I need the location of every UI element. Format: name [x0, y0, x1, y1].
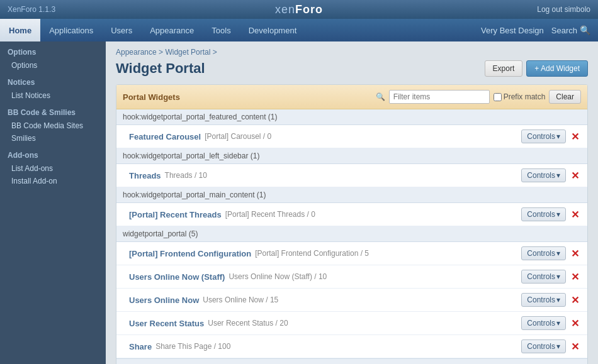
chevron-down-icon: ▾: [556, 210, 560, 219]
filter-input[interactable]: [389, 90, 490, 104]
controls-button[interactable]: Controls ▾: [521, 316, 566, 330]
delete-button[interactable]: ✕: [568, 208, 581, 221]
widget-actions: Controls ▾ ✕: [521, 207, 581, 221]
nav-users[interactable]: Users: [102, 19, 141, 41]
hook-count-main-content: (1): [257, 190, 266, 199]
sidebar-item-bb-code-media-sites[interactable]: BB Code Media Sites: [0, 119, 106, 132]
nav-right: Very Best Design Search 🔍: [481, 25, 598, 35]
table-footer: Showing 8 of 8 items: [116, 358, 587, 364]
nav-appearance[interactable]: Appearance: [141, 19, 203, 41]
hook-count-featured: (1): [268, 113, 278, 121]
widget-name: Share: [129, 342, 152, 351]
widget-detail: [Portal] Carousel / 0: [205, 132, 271, 141]
sidebar-item-list-notices[interactable]: List Notices: [0, 89, 106, 102]
main-content: Appearance > Widget Portal > Widget Port…: [106, 41, 598, 364]
chevron-down-icon: ▾: [556, 249, 560, 258]
chevron-down-icon: ▾: [556, 295, 560, 304]
widget-name: Users Online Now: [129, 295, 199, 305]
hook-name-main-content: hook:widgetportal_portal_main_content: [123, 190, 257, 199]
widget-detail: Users Online Now / 15: [203, 295, 278, 304]
widget-detail: Threads / 10: [165, 171, 207, 180]
search-icon: 🔍: [580, 25, 590, 35]
hook-name-portal: widgetportal_portal: [123, 229, 189, 238]
widget-name: [Portal] Frontend Configuration: [129, 249, 251, 258]
controls-button[interactable]: Controls ▾: [521, 207, 566, 221]
breadcrumb: Appearance > Widget Portal >: [116, 48, 588, 57]
widget-actions: Controls ▾ ✕: [521, 316, 581, 330]
delete-button[interactable]: ✕: [568, 270, 581, 283]
widget-detail: [Portal] Recent Threads / 0: [225, 210, 315, 219]
sidebar-item-install-addon[interactable]: Install Add-on: [0, 175, 106, 187]
prefix-match-checkbox[interactable]: [494, 93, 502, 101]
table-row: User Recent Status User Recent Status / …: [116, 312, 587, 335]
breadcrumb-appearance[interactable]: Appearance >: [116, 48, 163, 57]
logout-button[interactable]: Log out simbolo: [537, 5, 590, 14]
controls-button[interactable]: Controls ▾: [521, 130, 566, 143]
nav-applications[interactable]: Applications: [40, 19, 102, 41]
delete-button[interactable]: ✕: [568, 317, 581, 329]
hook-row-portal: widgetportal_portal (5): [116, 226, 587, 242]
nav-development[interactable]: Development: [240, 19, 306, 41]
nav-tools[interactable]: Tools: [203, 19, 239, 41]
very-best-design-label: Very Best Design: [481, 26, 544, 35]
sidebar-section-notices: Notices: [0, 72, 106, 89]
sidebar-section-bbcode: BB Code & Smilies: [0, 102, 106, 119]
widget-actions: Controls ▾ ✕: [521, 339, 581, 353]
search-label: Search: [551, 26, 577, 35]
search-box[interactable]: Search 🔍: [551, 25, 590, 35]
delete-button[interactable]: ✕: [568, 294, 581, 306]
table-title: Portal Widgets: [123, 92, 180, 102]
delete-button[interactable]: ✕: [568, 247, 581, 260]
delete-button[interactable]: ✕: [568, 340, 581, 353]
sidebar-item-smilies[interactable]: Smilies: [0, 132, 106, 145]
clear-button[interactable]: Clear: [549, 90, 581, 104]
navbar: Home Applications Users Appearance Tools…: [0, 19, 598, 41]
widget-actions: Controls ▾ ✕: [521, 293, 581, 307]
widget-actions: Controls ▾ ✕: [521, 130, 581, 143]
table-row: [Portal] Recent Threads [Portal] Recent …: [116, 203, 587, 226]
delete-button[interactable]: ✕: [568, 130, 581, 143]
topbar: XenForo 1.1.3 xenForo Log out simbolo: [0, 0, 598, 19]
logo: xenForo: [275, 3, 323, 16]
table-row: Users Online Now (Staff) Users Online No…: [116, 265, 587, 289]
chevron-down-icon: ▾: [556, 171, 560, 180]
logo-foro: Foro: [295, 3, 323, 16]
delete-button[interactable]: ✕: [568, 169, 581, 182]
controls-button[interactable]: Controls ▾: [521, 246, 566, 260]
controls-button[interactable]: Controls ▾: [521, 293, 566, 307]
add-widget-button[interactable]: + Add Widget: [526, 60, 588, 77]
chevron-down-icon: ▾: [556, 132, 560, 141]
widget-actions: Controls ▾ ✕: [521, 246, 581, 260]
widget-name: Users Online Now (Staff): [129, 272, 225, 282]
widget-actions: Controls ▾ ✕: [521, 168, 581, 182]
widget-actions: Controls ▾ ✕: [521, 270, 581, 284]
breadcrumb-widget-portal[interactable]: Widget Portal >: [165, 48, 217, 57]
widget-name: Featured Carousel: [129, 132, 201, 141]
hook-row-left-sidebar: hook:widgetportal_portal_left_sidebar (1…: [116, 148, 587, 164]
page-title: Widget Portal: [116, 60, 205, 77]
sidebar-item-list-addons[interactable]: List Add-ons: [0, 162, 106, 175]
layout: Options Options Notices List Notices BB …: [0, 41, 598, 364]
sidebar-item-options[interactable]: Options: [0, 59, 106, 72]
widget-table: Portal Widgets 🔍 Prefix match Clear hook…: [116, 84, 588, 364]
sidebar: Options Options Notices List Notices BB …: [0, 41, 106, 364]
widget-detail: User Recent Status / 20: [208, 319, 288, 328]
hook-count-left-sidebar: (1): [251, 152, 260, 160]
app-version: XenForo 1.1.3: [8, 5, 55, 14]
table-row: Share Share This Page / 100 Controls ▾ ✕: [116, 335, 587, 358]
controls-button[interactable]: Controls ▾: [521, 168, 566, 182]
search-icon-small: 🔍: [376, 92, 385, 101]
hook-row-main-content: hook:widgetportal_portal_main_content (1…: [116, 187, 587, 203]
chevron-down-icon: ▾: [556, 272, 560, 281]
controls-button[interactable]: Controls ▾: [521, 270, 566, 284]
table-row: Threads Threads / 10 Controls ▾ ✕: [116, 164, 587, 187]
export-button[interactable]: Export: [485, 60, 523, 77]
controls-button[interactable]: Controls ▾: [521, 339, 566, 353]
sidebar-section-addons: Add-ons: [0, 145, 106, 162]
widget-name: User Recent Status: [129, 319, 204, 328]
table-header: Portal Widgets 🔍 Prefix match Clear: [116, 85, 587, 109]
hook-name-left-sidebar: hook:widgetportal_portal_left_sidebar: [123, 152, 251, 160]
nav-home[interactable]: Home: [0, 19, 40, 41]
widget-detail: Users Online Now (Staff) / 10: [228, 272, 327, 281]
prefix-match-label: Prefix match: [494, 92, 546, 101]
